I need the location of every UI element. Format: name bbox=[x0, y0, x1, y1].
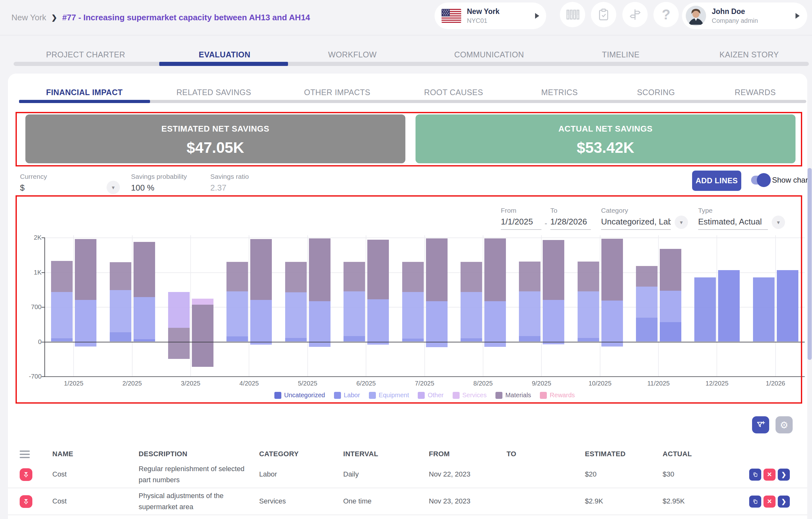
chart-to-field[interactable]: To 1/28/2026 bbox=[550, 207, 591, 230]
subtab-financial-impact[interactable]: FINANCIAL IMPACT bbox=[46, 88, 123, 97]
user-expand-button[interactable] bbox=[794, 12, 801, 19]
subtab-root-causes[interactable]: ROOT CAUSES bbox=[424, 88, 483, 97]
category-dropdown-button[interactable]: ▼ bbox=[675, 216, 688, 229]
chart-category-field[interactable]: Category Uncategorized, Labor,... bbox=[601, 207, 671, 230]
table-row[interactable]: Cost Physical adjustments of the superma… bbox=[8, 488, 807, 515]
bar-segment-estimated bbox=[461, 338, 482, 342]
bar-segment-actual bbox=[367, 299, 389, 345]
help-button[interactable]: ? bbox=[654, 2, 679, 27]
currency-value[interactable]: $ bbox=[20, 183, 102, 196]
racks-button[interactable] bbox=[560, 2, 585, 27]
type-dropdown-button[interactable]: ▼ bbox=[772, 216, 785, 229]
x-tick-label: 1/2025 bbox=[64, 380, 83, 387]
duplicate-row-button[interactable] bbox=[749, 468, 761, 481]
legend-item-equipment[interactable]: Equipment bbox=[369, 392, 409, 399]
currency-label: Currency bbox=[20, 173, 102, 180]
subtab-metrics[interactable]: METRICS bbox=[541, 88, 578, 97]
bar-segment-estimated bbox=[344, 292, 365, 336]
open-row-button[interactable]: ❯ bbox=[778, 468, 790, 481]
tab-project-charter[interactable]: PROJECT CHARTER bbox=[46, 50, 125, 59]
bar-segment-estimated bbox=[636, 266, 658, 286]
bar-segment-estimated bbox=[461, 292, 482, 338]
directions-button[interactable] bbox=[622, 2, 648, 27]
tab-communication[interactable]: COMMUNICATION bbox=[454, 50, 524, 59]
legend-item-rewards[interactable]: Rewards bbox=[540, 392, 575, 399]
tab-evaluation[interactable]: EVALUATION bbox=[199, 50, 251, 59]
chevron-down-icon: ▼ bbox=[111, 185, 116, 190]
chart-type-value[interactable]: Estimated, Actual bbox=[698, 217, 768, 230]
tab-workflow[interactable]: WORKFLOW bbox=[328, 50, 377, 59]
legend-item-labor[interactable]: Labor bbox=[334, 392, 360, 399]
bar-segment-actual bbox=[777, 270, 799, 342]
col-to[interactable]: TO bbox=[506, 449, 585, 459]
site-selector-chip[interactable]: New York NYC01 bbox=[435, 3, 546, 29]
month-gridline bbox=[717, 235, 717, 376]
col-interval[interactable]: INTERVAL bbox=[343, 449, 429, 459]
col-name[interactable]: NAME bbox=[52, 449, 139, 459]
bar-segment-actual bbox=[367, 240, 389, 299]
chart-category-value[interactable]: Uncategorized, Labor,... bbox=[601, 217, 671, 230]
chevron-right-icon: ❯ bbox=[781, 471, 786, 478]
currency-dropdown-button[interactable]: ▼ bbox=[107, 181, 120, 194]
table-settings-button[interactable]: ⚙ bbox=[776, 416, 793, 433]
subtab-scoring[interactable]: SCORING bbox=[637, 88, 675, 97]
y-tick-mark bbox=[41, 272, 45, 273]
month-gridline bbox=[73, 235, 74, 376]
subtab-other-impacts[interactable]: OTHER IMPACTS bbox=[304, 88, 371, 97]
legend-item-uncategorized[interactable]: Uncategorized bbox=[274, 392, 325, 399]
legend-item-other[interactable]: Other bbox=[418, 392, 443, 399]
bar-segment-actual bbox=[134, 242, 155, 297]
bar-segment-actual bbox=[543, 300, 564, 344]
currency-field[interactable]: Currency $ bbox=[20, 173, 102, 196]
bar-segment-estimated bbox=[285, 338, 307, 342]
chevron-down-icon: ▼ bbox=[679, 220, 684, 225]
subtab-rewards[interactable]: REWARDS bbox=[734, 88, 776, 97]
hourglass-icon bbox=[22, 471, 30, 479]
user-menu-chip[interactable]: John Doe Company admin bbox=[682, 3, 807, 29]
duplicate-row-button[interactable] bbox=[749, 495, 761, 508]
add-lines-button[interactable]: ADD LINES bbox=[692, 171, 741, 191]
breadcrumb-root[interactable]: New York bbox=[11, 13, 46, 23]
actual-net-savings-card: ACTUAL NET SAVINGS $53.42K bbox=[415, 115, 795, 163]
bar-segment-actual bbox=[660, 322, 681, 342]
site-expand-button[interactable] bbox=[533, 12, 541, 19]
chart-to-value[interactable]: 1/28/2026 bbox=[550, 217, 591, 230]
legend-item-materials[interactable]: Materials bbox=[495, 392, 531, 399]
month-gridline bbox=[190, 235, 191, 376]
copy-icon bbox=[752, 498, 758, 505]
col-estimated[interactable]: ESTIMATED bbox=[585, 449, 663, 459]
tasks-button[interactable] bbox=[591, 2, 616, 27]
bar-segment-estimated bbox=[519, 292, 541, 336]
show-chart-toggle[interactable] bbox=[751, 176, 770, 185]
col-category[interactable]: CATEGORY bbox=[259, 449, 343, 459]
col-actual[interactable]: ACTUAL bbox=[663, 449, 739, 459]
savings-probability-field[interactable]: Savings probability 100 % bbox=[131, 173, 201, 196]
estimated-net-savings-value: $47.05K bbox=[25, 139, 405, 156]
bar-segment-estimated bbox=[227, 262, 248, 292]
subtab-related-savings[interactable]: RELATED SAVINGS bbox=[176, 88, 251, 97]
bar-segment-estimated bbox=[110, 262, 131, 290]
bar-segment-actual bbox=[484, 301, 506, 347]
add-filter-button[interactable] bbox=[752, 416, 769, 433]
delete-row-button[interactable]: ✕ bbox=[763, 495, 776, 508]
y-tick-mark bbox=[41, 376, 45, 377]
x-tick-label: 2/2025 bbox=[122, 380, 142, 387]
table-row[interactable]: Cost Regular replenishment of selected p… bbox=[8, 461, 807, 488]
chart-from-value[interactable]: 1/1/2025 bbox=[501, 217, 542, 230]
savings-probability-value[interactable]: 100 % bbox=[131, 183, 201, 196]
bar-segment-actual bbox=[601, 301, 623, 346]
scrollbar[interactable] bbox=[808, 168, 812, 360]
tab-kaizen-story[interactable]: KAIZEN STORY bbox=[719, 50, 779, 59]
col-description[interactable]: DESCRIPTION bbox=[139, 449, 259, 459]
open-row-button[interactable]: ❯ bbox=[778, 495, 790, 508]
col-from[interactable]: FROM bbox=[429, 449, 506, 459]
bar-segment-actual bbox=[601, 239, 623, 301]
y-axis-line bbox=[45, 238, 45, 377]
legend-item-services[interactable]: Services bbox=[453, 392, 487, 399]
drag-handle-icon[interactable] bbox=[20, 451, 30, 458]
chart-from-field[interactable]: From 1/1/2025 bbox=[501, 207, 542, 230]
tab-timeline[interactable]: TIMELINE bbox=[602, 50, 640, 59]
bar-segment-actual bbox=[75, 239, 96, 300]
chart-type-field[interactable]: Type Estimated, Actual bbox=[698, 207, 768, 230]
delete-row-button[interactable]: ✕ bbox=[763, 468, 776, 481]
